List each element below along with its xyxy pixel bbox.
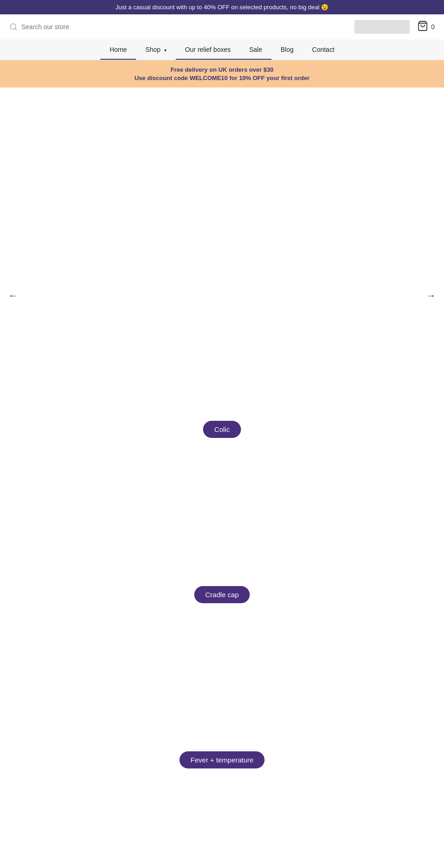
cart-icon: [417, 20, 428, 33]
nav-item-blog[interactable]: Blog: [271, 39, 303, 60]
nav-item-sale[interactable]: Sale: [240, 39, 271, 60]
search-wrapper: [9, 23, 347, 31]
cart-area[interactable]: 0: [417, 20, 435, 33]
cart-count: 0: [431, 23, 435, 31]
search-input[interactable]: [21, 23, 91, 31]
svg-line-1: [15, 28, 16, 30]
nav-bar: Home Shop ▾ Our relief boxes Sale Blog C…: [0, 39, 444, 60]
category-button-cradle-cap[interactable]: Cradle cap: [194, 586, 250, 603]
announcement-bar: Just a casual discount with up to 40% OF…: [0, 0, 444, 14]
nav-item-home[interactable]: Home: [100, 39, 136, 60]
promo-line2: Use discount code WELCOME10 for 10% OFF …: [7, 75, 437, 81]
promo-line1: Free delivery on UK orders over $30: [7, 66, 437, 73]
category-button-fever[interactable]: Fever + temperature: [179, 751, 265, 768]
nav-item-contact[interactable]: Contact: [303, 39, 344, 60]
carousel-prev-button[interactable]: ←: [5, 287, 21, 305]
search-icon: [9, 23, 18, 31]
promo-banner: Free delivery on UK orders over $30 Use …: [0, 60, 444, 87]
nav-item-relief-boxes[interactable]: Our relief boxes: [176, 39, 240, 60]
main-content: ← → Colic Cradle cap Fever + temperature…: [0, 87, 444, 868]
carousel-next-button[interactable]: →: [423, 287, 439, 305]
nav-item-shop[interactable]: Shop ▾: [136, 39, 176, 60]
announcement-text: Just a casual discount with up to 40% OF…: [116, 4, 328, 11]
header: 0: [0, 14, 444, 39]
category-button-colic[interactable]: Colic: [203, 421, 240, 438]
hero-carousel-area: [0, 87, 444, 300]
category-section-colic: [0, 300, 444, 421]
category-section-cradle-cap: [0, 466, 444, 586]
category-section-nappy-rash: [0, 796, 444, 868]
logo: [354, 20, 410, 34]
category-section-fever: [0, 631, 444, 751]
chevron-down-icon: ▾: [164, 48, 166, 53]
